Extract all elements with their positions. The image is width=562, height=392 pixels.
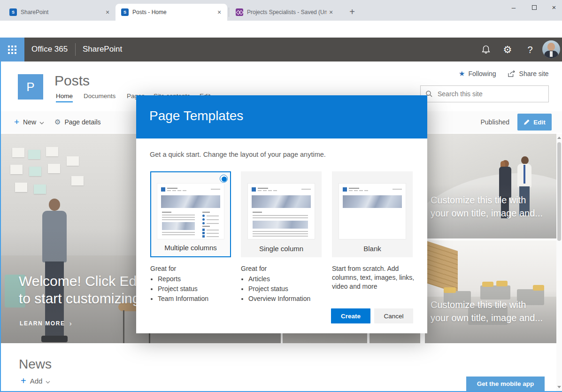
description-bullets: Reports Project status Team Information [150, 275, 236, 302]
description-heading: Great for [241, 264, 326, 273]
dialog-title: Page Templates [149, 108, 243, 123]
nav-item-home[interactable]: Home [56, 92, 73, 100]
learn-more-link[interactable]: LEARN MORE › [20, 319, 72, 327]
suite-bar-divider [75, 43, 76, 56]
nav-item-documents[interactable]: Documents [84, 92, 115, 100]
window-minimize-button[interactable]: – [503, 0, 524, 16]
tile-caption-line1: Customize this tile with [431, 195, 526, 206]
page-details-label: Page details [64, 118, 100, 126]
tab-title: Projects Specialists - Saved (Unp [247, 9, 327, 15]
notifications-bell-icon[interactable] [480, 44, 492, 56]
dialog-subtitle: Get a quick start. Change the layout of … [150, 151, 326, 158]
site-logo[interactable]: P [18, 74, 43, 100]
template-description-blank: Start from scratch. Add columns, text, i… [332, 264, 415, 291]
tile-caption-line2: your own title, image and... [431, 208, 543, 219]
page-details-gear-icon: ⚙ [54, 118, 61, 126]
template-card-single-column[interactable]: Single column [241, 171, 322, 257]
user-avatar[interactable] [542, 40, 560, 58]
tab-title: Posts - Home [132, 9, 215, 15]
chevron-right-icon: › [69, 319, 72, 327]
bullet-item: Project status [248, 285, 326, 292]
edit-page-button[interactable]: Edit [517, 114, 552, 131]
template-name: Single column [241, 245, 322, 253]
search-input[interactable] [437, 90, 544, 98]
tile-top-right[interactable]: Customize this tile with your own title,… [425, 134, 556, 238]
new-tab-button[interactable]: + [346, 6, 359, 19]
header-actions: ★ Following Share site [459, 69, 549, 78]
browser-toolbar: https://jeb01.sharepoint.com/sites/Posts… [0, 21, 562, 38]
help-icon[interactable]: ? [524, 44, 536, 56]
tab-separator [229, 8, 229, 17]
following-button[interactable]: Following [468, 70, 496, 77]
description-text: Start from scratch. Add columns, text, i… [332, 264, 415, 291]
description-bullets: Articles Project status Overview Informa… [241, 275, 326, 302]
learn-more-label: LEARN MORE [20, 320, 65, 327]
following-star-icon: ★ [459, 69, 465, 78]
template-thumbnail [157, 184, 224, 239]
template-thumbnail [248, 184, 315, 239]
template-card-blank[interactable]: Blank [332, 171, 413, 257]
browser-window: S SharePoint × S Posts - Home × Projects… [0, 0, 562, 392]
scroll-down-arrow[interactable] [557, 386, 561, 388]
bullet-item: Team Information [158, 295, 236, 302]
plus-icon: + [14, 117, 19, 127]
share-icon [508, 70, 516, 77]
scrollbar-thumb[interactable] [557, 142, 561, 241]
settings-gear-icon[interactable]: ⚙ [501, 44, 514, 56]
page-details-button[interactable]: ⚙ Page details [54, 111, 101, 133]
office365-suite-bar: Office 365 SharePoint ⚙ ? [0, 38, 562, 61]
window-maximize-button[interactable] [524, 0, 545, 16]
sharepoint-tab-icon: S [9, 8, 17, 16]
description-heading: Great for [150, 264, 236, 273]
news-add-button[interactable]: + Add [21, 376, 50, 386]
bullet-item: Project status [158, 285, 236, 292]
new-button[interactable]: + New [14, 111, 44, 133]
publish-status: Published [481, 111, 510, 133]
template-description-single-column: Great for Articles Project status Overvi… [241, 264, 326, 305]
site-search-box[interactable] [420, 85, 549, 102]
news-add-label: Add [30, 377, 43, 385]
tab-close-icon[interactable]: × [103, 8, 112, 16]
bullet-item: Reports [158, 275, 236, 283]
pencil-icon [524, 119, 530, 125]
sharepoint-tab-icon: S [121, 8, 129, 16]
bullet-item: Articles [248, 275, 326, 283]
window-edge-left [0, 61, 1, 392]
template-name: Blank [332, 245, 413, 253]
window-close-button[interactable]: × [544, 0, 562, 16]
radio-selected-icon[interactable] [220, 175, 228, 183]
browser-tab-strip: S SharePoint × S Posts - Home × Projects… [0, 0, 562, 21]
plus-icon: + [21, 376, 26, 386]
tab-sharepoint[interactable]: S SharePoint × [4, 4, 115, 21]
app-launcher-button[interactable] [0, 38, 24, 61]
news-section-title: News [19, 357, 52, 372]
template-name: Multiple columns [151, 244, 230, 252]
hero-title-line2: to start customizing [19, 291, 140, 307]
chevron-down-icon [46, 377, 50, 385]
get-mobile-app-button[interactable]: Get the mobile app [466, 377, 545, 391]
tab-title: SharePoint [21, 9, 103, 15]
template-thumbnail [339, 184, 406, 239]
tile-bottom-right[interactable]: Customize this tile with your own title,… [425, 240, 556, 343]
scroll-up-arrow[interactable] [557, 137, 561, 139]
waffle-icon [8, 46, 16, 54]
share-site-button[interactable]: Share site [519, 70, 549, 77]
maximize-icon [532, 5, 537, 10]
site-title: Posts [54, 73, 90, 89]
template-card-multiple-columns[interactable]: Multiple columns [150, 171, 231, 257]
chevron-down-icon [39, 118, 44, 126]
office365-brand[interactable]: Office 365 [31, 45, 68, 54]
sharepoint-app-link[interactable]: SharePoint [83, 45, 122, 54]
tab-close-icon[interactable]: × [327, 8, 335, 16]
tab-projects-specialists[interactable]: Projects Specialists - Saved (Unp × [230, 4, 339, 21]
create-button[interactable]: Create [331, 308, 370, 323]
cancel-button[interactable]: Cancel [374, 308, 413, 323]
tab-close-icon[interactable]: × [215, 8, 223, 16]
tile-caption-line2: your own title, image and... [431, 313, 543, 323]
tab-posts-home[interactable]: S Posts - Home × [115, 4, 227, 21]
visio-tab-icon [236, 8, 243, 16]
page-scrollbar[interactable] [556, 134, 562, 391]
tile-caption-line1: Customize this tile with [431, 300, 526, 310]
new-button-label: New [23, 118, 36, 126]
edit-button-label: Edit [533, 119, 546, 126]
